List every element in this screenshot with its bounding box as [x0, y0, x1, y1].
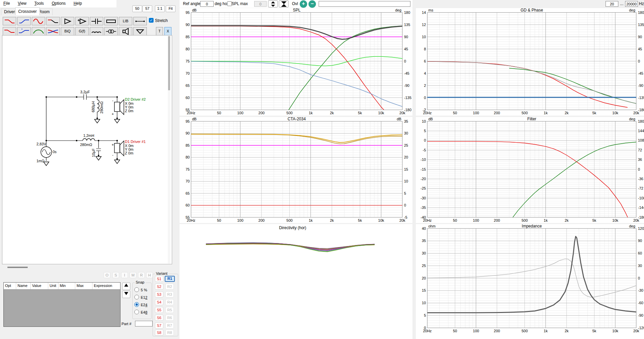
mode-h-button[interactable]: H: [146, 272, 153, 278]
variant-s4-button[interactable]: S4: [155, 299, 163, 305]
canvas-hscrollbar-thumb[interactable]: [7, 267, 28, 268]
tool-lowpass-button[interactable]: [3, 17, 16, 25]
svg-text:50: 50: [217, 218, 221, 222]
canvas-vscrollbar-thumb[interactable]: [168, 36, 170, 90]
mode-o-button[interactable]: O: [104, 272, 110, 278]
tool-crossover-button[interactable]: [46, 27, 60, 35]
freq-max-input[interactable]: [625, 1, 638, 7]
variant-s2-button[interactable]: S2: [155, 284, 163, 290]
svg-text:135: 135: [404, 23, 410, 27]
radio-icon: [134, 310, 139, 314]
tool-biquad-button[interactable]: BiQ: [61, 27, 74, 35]
ref-angle-input[interactable]: [200, 1, 214, 7]
move-up-button[interactable]: [122, 283, 130, 290]
menu-options[interactable]: Options: [48, 0, 69, 7]
variant-s8-button[interactable]: S8: [155, 330, 163, 336]
mode-s-button[interactable]: S: [112, 272, 119, 278]
tool-buffer-button[interactable]: [61, 17, 74, 25]
svg-text:-30: -30: [421, 196, 426, 200]
directivity-chart[interactable]: Directivity (hor): [180, 224, 412, 339]
tool-bandpass-button[interactable]: [32, 27, 45, 35]
tool-capacitor-button[interactable]: [90, 17, 103, 25]
tool-ground-button[interactable]: [133, 27, 147, 35]
variant-r5-button[interactable]: R5: [165, 307, 174, 313]
svg-text:-135: -135: [404, 96, 411, 100]
schematic-width-button[interactable]: 50: [132, 5, 142, 12]
tool-t-button[interactable]: T: [156, 27, 163, 35]
overlay-remove-button[interactable]: −: [308, 0, 316, 8]
variant-s7-button[interactable]: S7: [155, 322, 163, 329]
stretch-checkbox[interactable]: ✓: [149, 18, 154, 23]
mode-m-button[interactable]: M: [130, 272, 136, 278]
tool-transformer-button[interactable]: [104, 27, 118, 35]
tool-shelf-button[interactable]: [46, 17, 60, 25]
variant-r4-button[interactable]: R4: [165, 299, 174, 305]
move-down-button[interactable]: [122, 291, 130, 298]
svg-text:dB: dB: [192, 117, 196, 121]
zoom-fit-button[interactable]: Fit: [166, 5, 176, 12]
freq-min-input[interactable]: [606, 1, 618, 7]
variant-r3-button[interactable]: R3: [165, 291, 174, 297]
variant-r7-button[interactable]: R7: [165, 322, 174, 329]
snap-5pct-option[interactable]: 5 %: [134, 287, 147, 292]
tool-resistor-button[interactable]: [104, 17, 118, 25]
menu-help[interactable]: Help: [70, 0, 85, 7]
tool-shelf-low-button[interactable]: [3, 27, 16, 35]
svg-text:135: 135: [638, 23, 644, 27]
cta2034-chart[interactable]: 95908580757065605535302520151050-520Hz50…: [180, 117, 412, 223]
variant-r6-button[interactable]: R6: [165, 315, 174, 321]
ref-angle-label: Ref angle: [183, 1, 200, 6]
parameter-table[interactable]: Opt Name Value Unit Min Max Expression: [3, 282, 120, 327]
tool-gain-function-button[interactable]: G(f): [75, 27, 89, 35]
variant-s5-button[interactable]: S5: [155, 307, 163, 313]
tool-wire-button[interactable]: [133, 17, 147, 25]
svg-text:10k: 10k: [612, 111, 618, 115]
variant-s6-button[interactable]: S6: [155, 315, 163, 321]
overlay-name-input[interactable]: [319, 1, 410, 7]
tool-opamp-button[interactable]: [75, 17, 89, 25]
svg-text:20k: 20k: [633, 218, 639, 222]
variant-r2-button[interactable]: R2: [165, 284, 174, 290]
zoom-1to1-button[interactable]: 1:1: [155, 5, 165, 12]
spl-collapse-button[interactable]: [279, 0, 289, 7]
svg-text:80: 80: [186, 47, 190, 51]
tab-crossover[interactable]: Crossover: [15, 7, 40, 15]
menu-tools[interactable]: Tools: [31, 0, 47, 7]
tool-speaker-button[interactable]: [119, 27, 132, 35]
svg-text:-15: -15: [421, 167, 426, 171]
impedance-chart[interactable]: 40353025201510501209060300-30-60-90-1202…: [416, 224, 644, 339]
filter-chart[interactable]: 1050-5-10-15-20-25-30-35-401801441087236…: [416, 117, 644, 223]
svg-text:-90: -90: [638, 313, 643, 317]
spl-max-checkbox[interactable]: [227, 1, 232, 6]
part-number-input[interactable]: [135, 321, 153, 326]
variant-r8-button[interactable]: R8: [165, 330, 174, 336]
schematic-wires: [41, 94, 124, 166]
menu-view[interactable]: View: [15, 0, 30, 7]
tool-highpass-button[interactable]: [17, 17, 31, 25]
variant-s1-button[interactable]: S1: [155, 276, 163, 282]
mode-r-button[interactable]: R: [138, 272, 145, 278]
mode-i-button[interactable]: I: [121, 272, 128, 278]
spl-spinner-button[interactable]: [268, 0, 278, 7]
tool-shelf-high-button[interactable]: [17, 27, 31, 35]
spl-max-input[interactable]: [254, 1, 267, 7]
menu-file[interactable]: File: [0, 0, 13, 7]
tool-x-button[interactable]: X: [164, 27, 171, 35]
snap-e12-option[interactable]: E12: [134, 295, 147, 299]
tool-library-button[interactable]: LIB: [119, 17, 132, 25]
spl-chart[interactable]: 95908580757065605518013590450-45-90-135-…: [180, 8, 412, 116]
overlay-add-button[interactable]: +: [300, 0, 307, 8]
svg-text:deg: deg: [629, 224, 635, 228]
snap-e48-option[interactable]: E48: [134, 310, 147, 314]
d2-z: Z 0m: [125, 109, 133, 113]
freq-unit-label: Hz: [639, 1, 644, 6]
variant-s3-button[interactable]: S3: [155, 291, 163, 297]
svg-text:2k: 2k: [565, 218, 569, 222]
schematic-height-button[interactable]: 57: [142, 5, 152, 12]
gd-phase-chart[interactable]: 14121086420-218013590450-45-90-135-18020…: [416, 8, 644, 116]
tool-inductor-button[interactable]: [90, 27, 103, 35]
svg-text:10k: 10k: [378, 218, 384, 222]
tool-peak-button[interactable]: [32, 17, 45, 25]
variant-r1-button[interactable]: R1: [165, 276, 175, 282]
snap-e24-option[interactable]: E24: [134, 302, 147, 307]
